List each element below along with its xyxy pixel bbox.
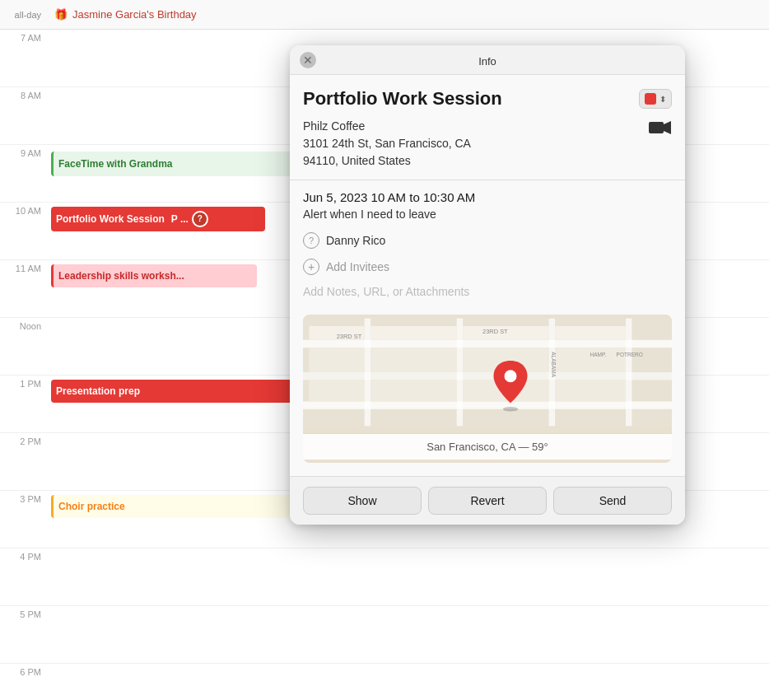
attendee-badge: ? — [192, 211, 208, 227]
leadership-event-label: Leadership skills worksh... — [58, 270, 184, 282]
time-label-7am: 7 AM — [0, 30, 48, 86]
chevron-updown-icon: ⬍ — [659, 95, 666, 104]
add-invitees-row[interactable]: + Add Invitees — [303, 259, 672, 275]
svg-text:POTRERO: POTRERO — [617, 352, 643, 357]
location-address: 3101 24th St, San Francisco, CA94110, Un… — [303, 135, 471, 170]
time-label-3pm: 3 PM — [0, 491, 48, 548]
svg-rect-0 — [649, 122, 664, 133]
birthday-event-label: Jasmine Garcia's Birthday — [72, 8, 197, 21]
svg-rect-14 — [309, 348, 364, 372]
time-label-4pm: 4 PM — [0, 548, 48, 605]
video-camera-icon[interactable] — [649, 119, 672, 140]
svg-rect-6 — [365, 319, 371, 427]
close-icon: ✕ — [303, 54, 313, 67]
time-row-6pm: 6 PM — [0, 664, 769, 700]
time-content-5pm — [48, 606, 769, 663]
datetime-row: Jun 5, 2023 10 AM to 10:30 AM — [303, 190, 672, 204]
popup-body: Portfolio Work Session ⬍ Philz Coffee 31… — [290, 75, 685, 476]
time-label-1pm: 1 PM — [0, 376, 48, 432]
plus-circle-icon: + — [303, 259, 319, 275]
all-day-label: all-day — [7, 10, 48, 20]
calendar-color-dot — [645, 93, 656, 105]
revert-button[interactable]: Revert — [428, 487, 547, 515]
popup-footer: Show Revert Send — [290, 476, 685, 525]
portfolio-event-label: Portfolio Work Session — [56, 209, 165, 229]
map-container[interactable]: 23RD ST 23RD ST ALABAMA POTRERO HAMP. Sa… — [303, 315, 672, 463]
svg-rect-3 — [303, 340, 672, 348]
time-label-11am: 11 AM — [0, 260, 48, 317]
add-invitees-label: Add Invitees — [326, 260, 389, 273]
svg-text:23RD ST: 23RD ST — [337, 333, 362, 340]
send-button[interactable]: Send — [553, 487, 672, 515]
svg-marker-1 — [664, 121, 671, 134]
calendar-color-picker[interactable]: ⬍ — [639, 89, 672, 109]
svg-rect-13 — [555, 326, 626, 340]
time-row-4pm: 4 PM — [0, 548, 769, 606]
time-label-8am: 8 AM — [0, 87, 48, 144]
svg-text:23RD ST: 23RD ST — [482, 328, 508, 335]
notes-field[interactable]: Add Notes, URL, or Attachments — [303, 285, 672, 305]
svg-rect-5 — [303, 401, 672, 408]
all-day-row: all-day 🎁 Jasmine Garcia's Birthday — [0, 0, 769, 30]
popup-header: ✕ Info — [290, 45, 685, 75]
map-footer: San Francisco, CA — 59° — [303, 433, 672, 460]
organizer-name: Danny Rico — [326, 234, 385, 247]
svg-rect-18 — [309, 380, 364, 401]
svg-rect-11 — [371, 326, 457, 340]
birthday-event[interactable]: 🎁 Jasmine Garcia's Birthday — [54, 8, 197, 21]
time-label-5pm: 5 PM — [0, 606, 48, 663]
time-content-6pm — [48, 664, 769, 700]
presentation-event-label: Presentation prep — [56, 385, 140, 397]
time-content-4pm — [48, 548, 769, 605]
portfolio-event-dots: P ... — [171, 209, 189, 229]
question-icon: ? — [303, 232, 319, 249]
time-row-5pm: 5 PM — [0, 606, 769, 664]
location-text: Philz Coffee 3101 24th St, San Francisco… — [303, 118, 471, 170]
close-button[interactable]: ✕ — [300, 52, 316, 68]
svg-rect-4 — [303, 372, 672, 380]
show-button[interactable]: Show — [303, 487, 422, 515]
time-label-9am: 9 AM — [0, 145, 48, 202]
time-label-10am: 10 AM — [0, 203, 48, 259]
svg-rect-7 — [457, 319, 463, 427]
event-title: Portfolio Work Session — [303, 88, 502, 110]
location-name: Philz Coffee — [303, 118, 471, 135]
popup-title: Info — [478, 55, 496, 68]
alert-row: Alert when I need to leave — [303, 208, 672, 221]
svg-rect-9 — [626, 319, 632, 427]
event-title-row: Portfolio Work Session ⬍ — [303, 88, 672, 110]
leadership-event[interactable]: Leadership skills worksh... — [51, 264, 257, 287]
choir-event-label: Choir practice — [58, 501, 125, 512]
gift-icon: 🎁 — [54, 8, 68, 21]
map-svg: 23RD ST 23RD ST ALABAMA POTRERO HAMP. — [303, 315, 672, 430]
time-label-6pm: 6 PM — [0, 664, 48, 700]
svg-point-28 — [505, 370, 517, 382]
facetime-event-label: FaceTime with Grandma — [58, 158, 173, 170]
organizer-row: ? Danny Rico — [303, 232, 672, 249]
svg-text:ALABAMA: ALABAMA — [551, 352, 557, 377]
separator-1 — [290, 180, 685, 180]
svg-rect-21 — [555, 380, 626, 401]
portfolio-event[interactable]: Portfolio Work Session P ... ? — [51, 207, 265, 231]
svg-rect-19 — [371, 380, 457, 401]
info-popup: ✕ Info Portfolio Work Session ⬍ Philz Co… — [290, 45, 685, 525]
svg-point-27 — [503, 407, 519, 412]
time-label-noon: Noon — [0, 318, 48, 375]
location-row: Philz Coffee 3101 24th St, San Francisco… — [303, 118, 672, 170]
svg-text:HAMP.: HAMP. — [590, 352, 607, 357]
time-label-2pm: 2 PM — [0, 433, 48, 490]
svg-rect-15 — [371, 348, 457, 372]
